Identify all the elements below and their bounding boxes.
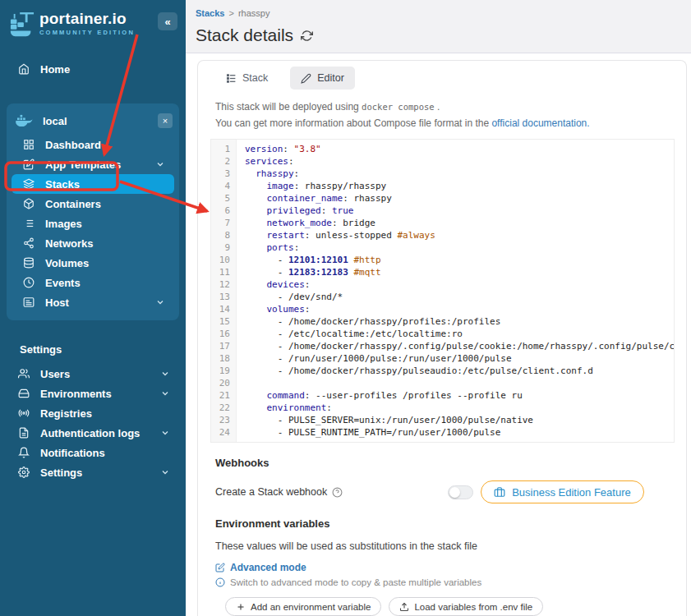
sidebar-item-label: App Templates — [45, 159, 144, 171]
tab-stack[interactable]: Stack — [215, 67, 279, 90]
advanced-mode-link[interactable]: Advanced mode — [215, 562, 675, 573]
sidebar-item-label: Stacks — [45, 178, 166, 191]
line-number: 2 — [211, 155, 236, 168]
sidebar-item-registries[interactable]: Registries — [7, 403, 179, 423]
code-line[interactable]: devices: — [245, 278, 674, 291]
refresh-icon[interactable] — [301, 30, 313, 42]
sidebar-item-label: Notifications — [40, 447, 171, 459]
code-line[interactable]: command: --user-profiles /profiles --pro… — [245, 389, 674, 402]
sidebar-item-stacks[interactable]: Stacks — [12, 174, 174, 194]
code-line[interactable]: restart: unless-stopped #always — [245, 229, 674, 241]
env-vars-heading: Environment variables — [215, 517, 675, 530]
official-documentation-link[interactable]: official documentation. — [491, 117, 589, 129]
line-number: 18 — [211, 352, 236, 365]
code-line[interactable]: environment: — [245, 402, 674, 414]
help-circle-icon[interactable] — [332, 487, 343, 498]
sidebar-item-networks[interactable]: Networks — [12, 233, 174, 253]
breadcrumb: Stacks>rhasspy — [196, 8, 691, 18]
env-var-buttons: Add an environment variable Load variabl… — [225, 597, 675, 616]
sidebar-item-app-templates[interactable]: App Templates — [12, 154, 174, 174]
users-icon — [18, 368, 30, 379]
code-line[interactable]: rhasspy: — [245, 168, 674, 180]
edit-square-icon — [215, 563, 225, 572]
breadcrumb-stacks-link[interactable]: Stacks — [196, 8, 224, 18]
chevron-down-icon — [159, 388, 171, 398]
code-line[interactable]: - /home/docker/rhasspy/profiles:/profile… — [245, 315, 674, 328]
code-line[interactable]: - /run/user/1000/pulse:/run/user/1000/pu… — [245, 352, 674, 365]
sidebar-item-settings[interactable]: Settings — [7, 462, 179, 482]
code-line[interactable]: - /home/docker/rhasspy/.config/pulse/coo… — [245, 340, 674, 352]
code-line[interactable]: privileged: true — [245, 205, 674, 217]
logo-text: portainer.io COMMUNITY EDITION — [39, 10, 158, 36]
code-line[interactable]: - 12101:12101 #http — [245, 254, 674, 266]
code-line[interactable]: volumes: — [245, 303, 674, 315]
code-lines[interactable]: version: "3.8"services: rhasspy: image: … — [237, 140, 674, 442]
code-line[interactable]: services: — [245, 155, 674, 168]
sidebar-item-home[interactable]: Home — [7, 59, 179, 79]
host-icon — [23, 297, 35, 308]
sidebar-item-users[interactable]: Users — [7, 364, 179, 384]
code-line[interactable]: image: rhasspy/rhasspy — [245, 180, 674, 192]
code-line[interactable]: container_name: rhasspy — [245, 192, 674, 205]
code-line[interactable]: - /home/docker/rhasspy/pulseaudio:/etc/p… — [245, 365, 674, 377]
close-icon[interactable]: × — [158, 113, 173, 128]
page-title: Stack details — [196, 25, 691, 45]
line-number: 20 — [211, 377, 236, 389]
line-number: 3 — [211, 168, 236, 180]
code-line[interactable]: version: "3.8" — [245, 143, 674, 155]
sidebar-item-dashboard[interactable]: Dashboard — [12, 135, 174, 154]
sidebar-item-notifications[interactable]: Notifications — [7, 443, 179, 462]
advanced-mode-hint: Switch to advanced mode to copy & paste … — [215, 577, 675, 587]
compose-editor[interactable]: 123456789101112131415161718192021222324 … — [210, 139, 675, 443]
sidebar-item-containers[interactable]: Containers — [12, 194, 174, 214]
breadcrumb-separator: > — [228, 8, 233, 18]
docker-compose-chip: docker compose — [362, 102, 435, 112]
chevron-down-icon — [154, 297, 166, 307]
portainer-logo-icon — [10, 11, 35, 39]
deploy-info: This stack will be deployed using docker… — [215, 99, 675, 131]
sidebar-item-label: Users — [40, 368, 149, 380]
code-line[interactable]: - PULSE_SERVER=unix:/run/user/1000/pulse… — [245, 414, 674, 426]
sidebar-item-images[interactable]: Images — [12, 214, 174, 233]
code-line[interactable] — [245, 377, 674, 389]
info-circle-icon — [215, 577, 225, 587]
sidebar-item-authentication-logs[interactable]: Authentication logs — [7, 423, 179, 443]
line-number: 7 — [211, 217, 236, 229]
list-icon — [226, 73, 237, 84]
toggle-knob — [449, 487, 460, 498]
box-icon — [23, 198, 35, 209]
code-line[interactable]: ports: — [245, 241, 674, 254]
tab-editor[interactable]: Editor — [290, 67, 355, 90]
tab-label: Editor — [317, 72, 344, 84]
environment-name: local — [43, 115, 148, 127]
deploy-info-line1: This stack will be deployed using docker… — [215, 99, 675, 115]
code-line[interactable]: network_mode: bridge — [245, 217, 674, 229]
environment-panel: local × Dashboard App Templates Stacks C… — [7, 103, 179, 320]
home-icon — [18, 63, 30, 75]
line-number: 8 — [211, 229, 236, 241]
add-environment-variable-button[interactable]: Add an environment variable — [225, 597, 381, 616]
webhook-toggle[interactable] — [448, 485, 473, 499]
line-number: 13 — [211, 291, 236, 303]
load-variables-button[interactable]: Load variables from .env file — [389, 597, 543, 616]
webhooks-heading: Webhooks — [215, 457, 675, 469]
sidebar-item-label: Volumes — [45, 257, 166, 269]
sidebar-item-host[interactable]: Host — [12, 292, 174, 312]
code-line[interactable]: - PULSE_RUNTIME_PATH=/run/user/1000/puls… — [245, 426, 674, 439]
page-header: Stacks>rhasspy Stack details — [186, 0, 691, 53]
bell-icon — [18, 447, 30, 458]
chevron-down-icon — [154, 159, 166, 169]
line-number: 15 — [211, 315, 236, 328]
code-line[interactable]: - 12183:12183 #mqtt — [245, 266, 674, 278]
sidebar-item-volumes[interactable]: Volumes — [12, 253, 174, 273]
pencil-icon — [301, 73, 311, 84]
code-line[interactable]: - /etc/localtime:/etc/localtime:ro — [245, 328, 674, 340]
business-edition-badge[interactable]: Business Edition Feature — [481, 480, 644, 503]
sidebar-item-environments[interactable]: Environments — [7, 384, 179, 403]
briefcase-icon — [494, 486, 505, 498]
code-line[interactable]: - /dev/snd/* — [245, 291, 674, 303]
sidebar-item-events[interactable]: Events — [12, 273, 174, 292]
list-icon — [23, 218, 35, 229]
sidebar-collapse-button[interactable]: « — [158, 12, 177, 30]
environment-header[interactable]: local × — [7, 108, 179, 135]
